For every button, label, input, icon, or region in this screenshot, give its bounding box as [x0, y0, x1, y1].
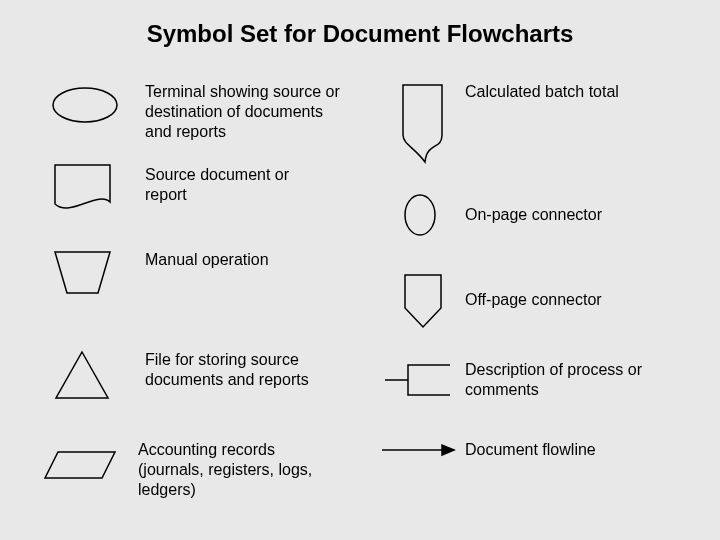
label-off-page-connector: Off-page connector	[465, 290, 665, 310]
diagram-container: Symbol Set for Document Flowcharts Termi…	[0, 0, 720, 540]
symbol-terminal	[50, 85, 120, 129]
symbol-source-document	[50, 160, 115, 222]
label-accounting-records: Accounting records (journals, registers,…	[138, 440, 338, 500]
label-flowline: Document flowline	[465, 440, 665, 460]
symbol-process-description	[380, 360, 455, 404]
symbol-manual-operation	[50, 245, 115, 304]
symbol-batch-total	[395, 80, 450, 174]
svg-point-0	[53, 88, 117, 122]
symbol-on-page-connector	[400, 190, 440, 244]
symbol-file-store	[50, 345, 115, 409]
symbol-accounting-records	[40, 445, 120, 489]
svg-marker-8	[442, 445, 454, 455]
symbol-off-page-connector	[398, 270, 448, 336]
label-process-description: Description of process or comments	[465, 360, 675, 400]
label-on-page-connector: On-page connector	[465, 205, 665, 225]
label-source-document: Source document or report	[145, 165, 335, 205]
svg-point-4	[405, 195, 435, 235]
label-manual-operation: Manual operation	[145, 250, 335, 270]
label-terminal: Terminal showing source or destination o…	[145, 82, 345, 142]
svg-marker-3	[45, 452, 115, 478]
svg-marker-1	[55, 252, 110, 293]
label-file-store: File for storing source documents and re…	[145, 350, 345, 390]
svg-marker-5	[405, 275, 441, 327]
svg-marker-2	[56, 352, 108, 398]
page-title: Symbol Set for Document Flowcharts	[0, 20, 720, 48]
label-batch-total: Calculated batch total	[465, 82, 665, 102]
symbol-flowline	[378, 440, 458, 464]
